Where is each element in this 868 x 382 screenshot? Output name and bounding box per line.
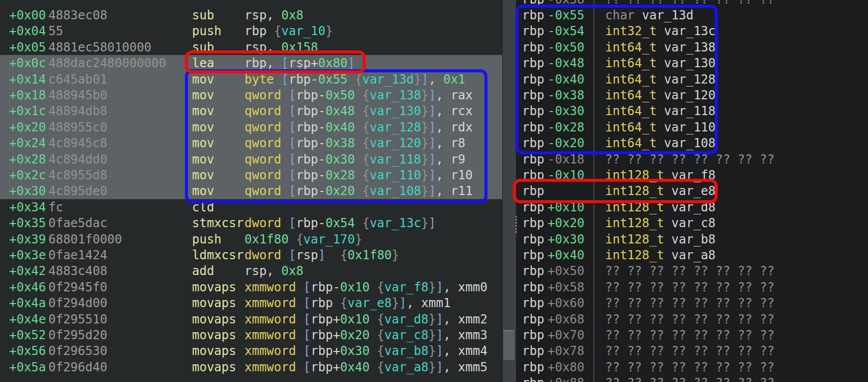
- operand-token: rbp: [311, 280, 333, 294]
- instruction-mnemonic: mov: [192, 103, 214, 119]
- stack-row[interactable]: rbp-0x20int64_t var_108: [516, 135, 868, 151]
- instruction-bytes: 0f296d40: [48, 359, 107, 375]
- disasm-row[interactable]: +0x424883c408addrsp, 0x8: [0, 263, 502, 279]
- pane-splitter-grip-icon[interactable]: [514, 216, 518, 233]
- variable-type: int128_t: [605, 216, 671, 230]
- stack-row[interactable]: rbp+0x30int128_t var_b8: [516, 231, 868, 248]
- disasm-row[interactable]: +0x520f295d20movapsxmmword [rbp+0x20 {va…: [0, 327, 502, 343]
- disasm-row[interactable]: +0x1c48894db8movqword [rbp-0x48 {var_130…: [0, 103, 502, 119]
- disasm-row[interactable]: +0x14c645ab01movbyte [rbp-0x55 {var_13d}…: [0, 71, 502, 88]
- operand-token: ,: [443, 280, 458, 294]
- stack-row[interactable]: rbp+0x88?? ?? ?? ?? ?? ?? ?? ??: [516, 375, 868, 382]
- disasm-row[interactable]: +0x0c488dac2480000000learbp, [rsp+0x80]: [0, 55, 502, 71]
- operand-token: rbp: [311, 328, 333, 342]
- disasm-row[interactable]: +0x244c8945c8movqword [rbp-0x38 {var_120…: [0, 135, 502, 151]
- operand-token: }: [421, 168, 428, 182]
- operand-token: xmm0: [458, 280, 487, 294]
- stack-row[interactable]: rbp+0x58?? ?? ?? ?? ?? ?? ?? ??: [516, 279, 868, 295]
- stack-row[interactable]: rbp-0x28int64_t var_110: [516, 119, 868, 135]
- stack-variable: int64_t var_118: [605, 103, 716, 119]
- stack-row[interactable]: rbp+0x80?? ?? ?? ?? ?? ?? ?? ??: [516, 359, 868, 375]
- instruction-operands: rsp, 0x158: [245, 39, 318, 56]
- disasm-row[interactable]: +0x4e0f295510movapsxmmword [rbp+0x10 {va…: [0, 311, 502, 328]
- instruction-operands: byte [rbp-0x55 {var_13d}], 0x1: [245, 71, 466, 88]
- operand-token: [355, 216, 362, 230]
- stack-row[interactable]: rbp-0x10int128_t var_f8: [516, 167, 868, 183]
- instruction-mnemonic: mov: [192, 167, 214, 183]
- instruction-bytes: 55: [48, 23, 63, 39]
- stack-register-label: rbp: [522, 135, 544, 151]
- operand-token: {: [340, 296, 347, 310]
- instruction-bytes: 4883ec08: [48, 7, 107, 23]
- disasm-row[interactable]: +0x004883ec08subrsp, 0x8: [0, 7, 502, 23]
- operand-token: {: [355, 72, 362, 87]
- disasm-row[interactable]: +0x5a0f296d40movapsxmmword [rbp+0x40 {va…: [0, 359, 502, 375]
- instruction-operands: qword [rbp-0x38 {var_120}], r8: [245, 135, 466, 151]
- stack-row[interactable]: rbp-0x58?? ?? ?? ?? ?? ?? ?? ??: [516, 0, 868, 8]
- operand-token: 0x38: [326, 136, 355, 150]
- stack-row[interactable]: rbp-0x30int64_t var_118: [516, 103, 868, 119]
- operand-token: }: [428, 280, 436, 294]
- disasm-row[interactable]: +0x460f2945f0movapsxmmword [rbp-0x10 {va…: [0, 279, 502, 295]
- stack-row[interactable]: rbp+0x10int128_t var_d8: [516, 199, 868, 215]
- stack-row[interactable]: rbp-0x55char var_13d: [516, 7, 868, 23]
- variable-type: int32_t: [605, 24, 664, 38]
- vertical-scrollbar[interactable]: [502, 0, 515, 382]
- disasm-row[interactable]: +0x560f296530movapsxmmword [rbp+0x30 {va…: [0, 343, 502, 359]
- operand-token: ,: [266, 56, 281, 70]
- operand-token: ,: [436, 152, 451, 167]
- stack-row[interactable]: rbp+0x70?? ?? ?? ?? ?? ?? ?? ??: [516, 327, 868, 343]
- operand-token: var_170: [304, 232, 355, 247]
- stack-row[interactable]: rbpint128_t var_e8: [516, 183, 868, 199]
- disasm-row[interactable]: +0x284c894dd0movqword [rbp-0x30 {var_118…: [0, 151, 502, 168]
- stack-row[interactable]: rbp-0x40int64_t var_128: [516, 71, 868, 88]
- stack-row[interactable]: rbp-0x48int64_t var_130: [516, 55, 868, 71]
- operand-token: -: [318, 88, 326, 102]
- disasm-row[interactable]: +0x0455pushrbp {var_10}: [0, 23, 502, 39]
- variable-type: int64_t: [605, 40, 664, 54]
- operand-token: {: [340, 248, 347, 262]
- operand-token: +: [333, 344, 340, 358]
- disasm-row[interactable]: +0x054881ec58010000subrsp, 0x158: [0, 39, 502, 56]
- stack-register-label: rbp: [522, 199, 544, 215]
- disasm-row[interactable]: +0x3968801f0000push0x1f80 {var_170}: [0, 231, 502, 248]
- stack-row[interactable]: rbp+0x50?? ?? ?? ?? ?? ?? ?? ??: [516, 263, 868, 279]
- operand-token: {: [377, 344, 384, 358]
- stack-register-label: rbp: [522, 7, 544, 23]
- disasm-row[interactable]: +0x3e0fae1424ldmxcsrdword [rsp] {0x1f80}: [0, 247, 502, 263]
- operand-token: ]: [436, 328, 443, 342]
- variable-name: var_110: [664, 120, 716, 134]
- operand-token: rbp: [296, 104, 318, 118]
- scrollbar-thumb[interactable]: [503, 330, 514, 360]
- instruction-offset: +0x4e: [9, 311, 46, 328]
- stack-row[interactable]: rbp-0x50int64_t var_138: [516, 39, 868, 56]
- disasm-row[interactable]: +0x4a0f294d00movapsxmmword [rbp {var_e8}…: [0, 295, 502, 311]
- instruction-offset: +0x39: [9, 231, 46, 248]
- stack-variable: int128_t var_c8: [605, 215, 716, 231]
- operand-token: rbp: [296, 168, 318, 182]
- disasm-row[interactable]: +0x20488955c0movqword [rbp-0x40 {var_128…: [0, 119, 502, 135]
- stack-row[interactable]: rbp-0x38int64_t var_120: [516, 87, 868, 103]
- disasm-row[interactable]: +0x2c4c8955d8movqword [rbp-0x28 {var_110…: [0, 167, 502, 183]
- disasm-row[interactable]: +0x304c895de0movqword [rbp-0x20 {var_108…: [0, 183, 502, 199]
- disasm-row[interactable]: +0x18488945b0movqword [rbp-0x50 {var_138…: [0, 87, 502, 103]
- stack-variable: int64_t var_120: [605, 87, 716, 103]
- operand-token: [: [289, 152, 296, 167]
- operand-token: ]: [428, 88, 436, 102]
- stack-row[interactable]: rbp+0x20int128_t var_c8: [516, 215, 868, 231]
- disasm-row[interactable]: +0x34fccld: [0, 199, 502, 215]
- stack-row[interactable]: rbp+0x78?? ?? ?? ?? ?? ?? ?? ??: [516, 343, 868, 359]
- stack-offset: +0x40: [548, 247, 584, 263]
- operand-token: 0x40: [326, 120, 355, 134]
- stack-row[interactable]: rbp-0x18?? ?? ?? ?? ?? ?? ?? ??: [516, 151, 868, 168]
- disasm-row[interactable]: +0x350fae5dacstmxcsrdword [rbp-0x54 {var…: [0, 215, 502, 231]
- stack-offset: +0x10: [548, 199, 584, 215]
- stack-row[interactable]: rbp+0x60?? ?? ?? ?? ?? ?? ?? ??: [516, 295, 868, 311]
- operand-token: dword: [245, 216, 289, 230]
- operand-token: -: [318, 184, 326, 198]
- stack-row[interactable]: rbp+0x68?? ?? ?? ?? ?? ?? ?? ??: [516, 311, 868, 328]
- operand-token: }: [428, 360, 436, 374]
- stack-row[interactable]: rbp+0x40int128_t var_a8: [516, 247, 868, 263]
- operand-token: qword: [245, 104, 289, 118]
- stack-row[interactable]: rbp-0x54int32_t var_13c: [516, 23, 868, 39]
